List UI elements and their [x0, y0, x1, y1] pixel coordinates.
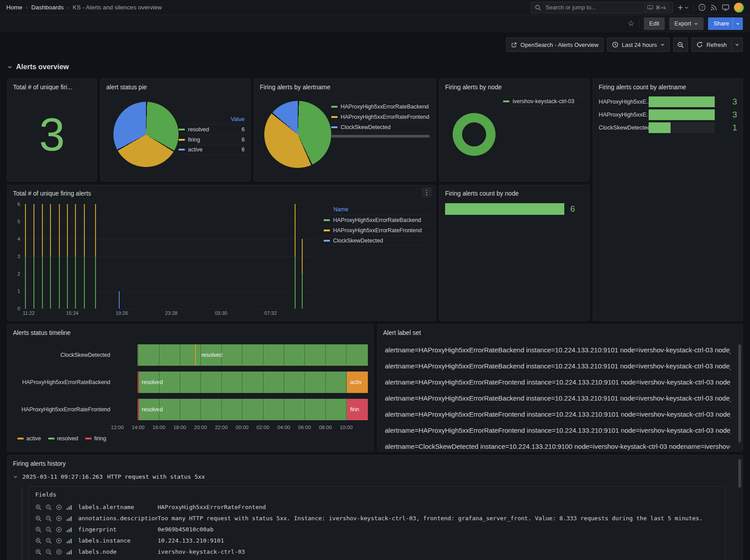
field-stats-icon[interactable] — [66, 527, 72, 533]
log-timestamp: 2025-03-11 09:27:16.263 — [22, 473, 103, 480]
legend-swatch — [179, 139, 185, 141]
alert-label-row[interactable]: alertname=HAProxyHigh5xxErrorRateFronten… — [383, 374, 731, 390]
field-stats-icon[interactable] — [66, 504, 72, 510]
share-caret-button[interactable] — [733, 17, 743, 30]
bar-gauge-value: 1 — [717, 123, 737, 133]
legend-item[interactable]: ivershov-keystack-ctrl-03 — [503, 96, 583, 106]
legend-swatch — [503, 100, 509, 102]
y-tick-label: 3 — [17, 254, 20, 259]
labelset-scrollbar[interactable] — [738, 344, 741, 443]
legend-swatch — [179, 129, 185, 130]
panel-title[interactable]: alert status pie — [106, 83, 245, 92]
toggle-field-icon[interactable] — [56, 515, 62, 522]
alert-label-row[interactable]: alertname=HAProxyHigh5xxErrorRateFronten… — [383, 406, 731, 422]
zoom-in-filter-icon[interactable] — [35, 538, 42, 544]
legend-item[interactable]: ClockSkewDetected — [331, 122, 430, 132]
zoom-in-filter-icon[interactable] — [35, 515, 42, 522]
log-row[interactable]: 2025-03-11 09:27:16.263 HTTP request wit… — [13, 473, 737, 480]
breadcrumb-separator: › — [26, 4, 28, 11]
zoom-out-filter-icon[interactable] — [46, 515, 52, 522]
field-stats-icon[interactable] — [66, 515, 72, 522]
node-donut-chart — [453, 113, 496, 156]
search-box[interactable]: ⌘+k — [531, 2, 673, 13]
share-button[interactable]: Share — [708, 17, 733, 30]
zoom-in-filter-icon[interactable] — [35, 549, 42, 555]
legend-item[interactable]: HAProxyHigh5xxErrorRateBackend — [331, 101, 430, 112]
breadcrumb-item[interactable]: Dashboards — [31, 4, 64, 11]
panel-title[interactable]: Firing alerts by alertname — [260, 83, 430, 92]
panel-title[interactable]: Firing alerts history — [13, 459, 737, 468]
toggle-field-icon[interactable] — [56, 538, 62, 544]
monitor-icon[interactable] — [722, 4, 729, 11]
user-avatar[interactable] — [734, 3, 744, 13]
panel-total-unique-firing-timeseries: Total # of unique firing alerts ⋮ 654321… — [7, 185, 436, 321]
panel-title[interactable]: Firing alerts count by node — [445, 189, 583, 198]
timeline-legend-item[interactable]: active — [17, 435, 41, 442]
help-icon[interactable]: ? — [698, 4, 706, 11]
zoom-out-filter-icon[interactable] — [46, 504, 52, 510]
alert-label-row[interactable]: alertname=HAProxyHigh5xxErrorRateBackend… — [383, 390, 731, 406]
alert-label-row[interactable]: alertname=HAProxyHigh5xxErrorRateBackend… — [383, 358, 731, 374]
legend-item[interactable]: resolved6 — [179, 124, 245, 134]
field-stats-icon[interactable] — [66, 549, 72, 555]
zoom-in-filter-icon[interactable] — [35, 504, 42, 510]
refresh-interval-caret[interactable] — [732, 38, 743, 52]
timeline-legend-item[interactable]: resolved — [48, 435, 78, 442]
breadcrumb-item[interactable]: Home — [6, 4, 22, 11]
y-tick-label: 6 — [17, 201, 20, 207]
panel-title[interactable]: Firing alerts by node — [445, 83, 583, 92]
legend-item[interactable]: HAProxyHigh5xxErrorRateFrontend — [324, 225, 430, 235]
search-input[interactable] — [545, 4, 641, 11]
legend-item[interactable]: HAProxyHigh5xxErrorRateBackend — [324, 215, 430, 225]
chevron-down-icon — [735, 42, 739, 47]
favorite-star-icon[interactable]: ☆ — [628, 19, 634, 28]
panel-title[interactable]: Total # of unique firi... — [13, 83, 91, 92]
legend-item[interactable]: firing6 — [179, 134, 245, 145]
panel-title[interactable]: Alert label set — [383, 328, 737, 337]
panel-title[interactable]: Firing alerts count by alertname — [599, 83, 737, 92]
opensearch-link-button[interactable]: OpenSearch - Alerts Overview — [506, 38, 604, 52]
alert-label-row[interactable]: alertname=ClockSkewDetected instance=10.… — [383, 439, 731, 451]
log-expand-chevron-icon[interactable] — [13, 474, 18, 479]
breadcrumb-item[interactable]: KS - Alerts and silences overview — [73, 4, 162, 11]
toggle-field-icon[interactable] — [56, 549, 62, 555]
zoom-out-time-button[interactable] — [673, 38, 688, 52]
export-button[interactable]: Export — [669, 17, 704, 30]
spike-segment — [84, 204, 85, 256]
legend-name-header[interactable]: Name — [324, 204, 430, 215]
timeline-gridline — [221, 344, 222, 366]
zoom-in-filter-icon[interactable] — [35, 527, 42, 533]
new-menu-button[interactable] — [677, 4, 689, 11]
refresh-button[interactable]: Refresh — [692, 38, 732, 52]
spike-segment — [295, 204, 296, 256]
timeline-gridline — [304, 344, 305, 366]
edit-button[interactable]: Edit — [644, 17, 664, 30]
legend-item[interactable]: active6 — [179, 145, 245, 155]
timeline-gridline — [263, 372, 263, 393]
history-scrollbar[interactable] — [738, 459, 741, 488]
zoom-out-filter-icon[interactable] — [46, 549, 52, 555]
zoom-out-filter-icon[interactable] — [46, 527, 52, 533]
timeline-gridline — [138, 344, 138, 366]
alert-label-row[interactable]: alertname=HAProxyHigh5xxErrorRateBackend… — [383, 342, 731, 358]
clock-icon — [612, 42, 618, 48]
legend-item[interactable]: HAProxyHigh5xxErrorRateFrontend — [331, 112, 430, 122]
timeline-legend-item[interactable]: firing — [85, 435, 106, 442]
panel-menu-kebab-icon[interactable]: ⋮ — [422, 188, 432, 197]
alert-label-row[interactable]: alertname=HAProxyHigh5xxErrorRateFronten… — [383, 422, 731, 439]
export-label: Export — [675, 20, 692, 27]
legend-horizontal-scrollbar[interactable] — [331, 135, 430, 138]
field-stats-icon[interactable] — [66, 538, 72, 544]
news-rss-icon[interactable] — [710, 4, 717, 11]
toggle-field-icon[interactable] — [56, 527, 62, 533]
time-range-picker[interactable]: Last 24 hours — [607, 38, 670, 52]
pie-legend: HAProxyHigh5xxErrorRateBackendHAProxyHig… — [331, 101, 430, 138]
section-alerts-overview[interactable]: Alerts overview — [7, 62, 743, 72]
toggle-field-icon[interactable] — [56, 504, 62, 510]
legend-item[interactable]: ClockSkewDetected — [324, 235, 430, 246]
zoom-out-filter-icon[interactable] — [46, 538, 52, 544]
legend-value-header[interactable]: Value — [179, 114, 245, 124]
spike-segment — [95, 204, 96, 256]
panel-title[interactable]: Alerts status timeline — [13, 328, 368, 337]
panel-title[interactable]: Total # of unique firing alerts — [13, 189, 430, 198]
